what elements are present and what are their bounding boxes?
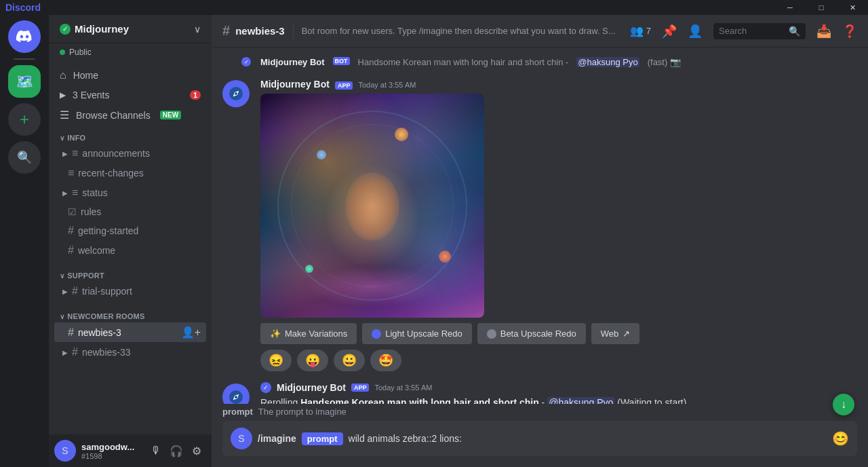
- settings-button[interactable]: ⚙: [187, 441, 206, 460]
- channel-item-newbies-3[interactable]: # newbies-3 👤+: [54, 322, 206, 342]
- main-content: # newbies-3 Bot room for new users. Type…: [212, 15, 868, 467]
- prompt-hint: prompt The prompt to imagine: [212, 404, 868, 418]
- action-buttons-row1: ✨ Make Variations Light Upscale Redo Bet…: [260, 323, 857, 344]
- server-icon-midjourney[interactable]: 🗺️: [8, 65, 41, 98]
- channel-sidebar: ✓ Midjourney ∨ Public ⌂ Home ▶ 3 Events …: [49, 15, 212, 467]
- channel-item-recent-changes[interactable]: ≡ recent-changes: [54, 164, 206, 183]
- search-bar[interactable]: Search 🔍: [713, 23, 806, 39]
- reaction-silly[interactable]: 😛: [297, 350, 328, 371]
- mention-link[interactable]: @haksung Pyo: [547, 397, 614, 404]
- sidebar-item-events[interactable]: ▶ 3 Events 1: [54, 86, 206, 105]
- browse-label: Browse Channels: [76, 110, 151, 121]
- collapse-icon: ∨: [60, 313, 64, 320]
- channel-item-newbies-33[interactable]: ▶ # newbies-33: [54, 343, 206, 362]
- second-author-name: Midjourney Bot: [277, 382, 346, 393]
- section-header-newcomer[interactable]: ∨ NEWCOMER ROOMS: [49, 307, 212, 322]
- maximize-button[interactable]: □: [806, 0, 837, 15]
- sidebar-item-home[interactable]: ⌂ Home: [54, 65, 206, 86]
- reaction-starstruck[interactable]: 🤩: [370, 350, 401, 371]
- svg-point-1: [235, 92, 237, 95]
- add-user-icon[interactable]: 👤+: [181, 326, 201, 339]
- channel-name: newbies-33: [82, 347, 131, 358]
- inbox-icon[interactable]: 📥: [816, 24, 831, 39]
- server-status: Public: [49, 43, 212, 62]
- inline-text2: (fast) 📷: [648, 57, 681, 67]
- help-icon[interactable]: ❓: [842, 24, 857, 39]
- server-header[interactable]: ✓ Midjourney ∨: [49, 15, 212, 43]
- svg-point-3: [235, 396, 237, 398]
- dash-text: -: [539, 397, 547, 404]
- section-label: NEWCOMER ROOMS: [67, 312, 144, 320]
- server-icon-explore[interactable]: 🔍: [8, 141, 41, 174]
- channel-expand-icon: ▶: [62, 150, 68, 157]
- chat-input[interactable]: [349, 424, 827, 453]
- server-name: Midjourney: [75, 23, 129, 35]
- channel-item-rules[interactable]: ☑ rules: [54, 203, 206, 221]
- server-icon-add[interactable]: +: [8, 103, 41, 136]
- user-input-avatar: S: [231, 428, 252, 449]
- section-header-support[interactable]: ∨ SUPPORT: [49, 266, 212, 281]
- channel-item-status[interactable]: ▶ ≡ status: [54, 183, 206, 202]
- events-icon: ▶: [60, 90, 66, 100]
- web-button[interactable]: Web ↗: [591, 323, 640, 344]
- inline-author-name: Midjourney Bot: [260, 57, 325, 67]
- channel-name: welcome: [78, 245, 115, 256]
- reaction-buttons: 😖 😛 😀 🤩: [260, 350, 857, 371]
- reaction-angry[interactable]: 😖: [260, 350, 292, 371]
- members-number: 7: [646, 26, 651, 36]
- pin-icon[interactable]: 📌: [662, 24, 677, 39]
- channel-item-announcements[interactable]: ▶ ≡ announcements: [54, 144, 206, 163]
- compass-icon: [228, 86, 244, 102]
- beta-upscale-label: Beta Upscale Redo: [500, 329, 576, 339]
- members-list-icon[interactable]: 👤: [688, 24, 703, 39]
- channel-item-welcome[interactable]: # welcome: [54, 241, 206, 260]
- close-button[interactable]: ✕: [837, 0, 868, 15]
- second-message-time: Today at 3:55 AM: [374, 384, 432, 392]
- section-header-info[interactable]: ∨ INFO: [49, 128, 212, 143]
- reaction-happy[interactable]: 😀: [334, 350, 365, 371]
- topbar: # newbies-3 Bot room for new users. Type…: [212, 15, 868, 48]
- channel-item-trial-support[interactable]: ▶ # trial-support: [54, 282, 206, 301]
- section-label: INFO: [67, 134, 85, 142]
- discord-icon: [15, 27, 34, 46]
- second-message-header: ✓ Midjourney Bot APP Today at 3:55 AM: [260, 382, 857, 393]
- second-author-verified: ✓: [260, 382, 271, 393]
- channel-hash-icon: ≡: [72, 147, 78, 160]
- waiting-text: (Waiting to start): [614, 397, 686, 404]
- scroll-to-bottom-button[interactable]: ↓: [833, 394, 854, 415]
- beta-upscale-redo-button[interactable]: Beta Upscale Redo: [477, 323, 586, 344]
- events-label: 3 Events: [73, 90, 109, 100]
- input-command: /imagine: [258, 424, 296, 453]
- chevron-down-icon: ∨: [194, 24, 201, 35]
- second-message-text: Rerolling Handsome Korean man with long …: [260, 396, 857, 404]
- channel-name: announcements: [82, 148, 150, 159]
- channel-section-support: ∨ SUPPORT ▶ # trial-support: [49, 266, 212, 301]
- inline-mention[interactable]: @haksung Pyo: [576, 57, 639, 67]
- web-label: Web: [601, 329, 619, 339]
- channel-item-getting-started[interactable]: # getting-started: [54, 221, 206, 240]
- server-status-label: Public: [69, 48, 92, 57]
- bot-badge: APP: [335, 81, 353, 90]
- prompt-label: prompt: [222, 407, 253, 417]
- generated-image: [260, 94, 484, 318]
- light-upscale-redo-button[interactable]: Light Upscale Redo: [362, 323, 471, 344]
- discord-logo: Discord: [5, 2, 41, 13]
- message-author-name: Midjourney Bot: [260, 79, 330, 90]
- new-badge: NEW: [160, 111, 181, 119]
- headphone-button[interactable]: 🎧: [167, 441, 186, 460]
- search-icon: 🔍: [789, 26, 800, 37]
- topbar-icons: 👥 7 📌 👤 Search 🔍 📥 ❓: [630, 23, 857, 39]
- input-area: S /imagine prompt 😊: [212, 418, 868, 467]
- user-controls: 🎙 🎧 ⚙: [146, 441, 206, 460]
- channel-name: status: [82, 187, 107, 198]
- second-bot-badge: APP: [351, 384, 370, 392]
- channel-hash-icon: #: [222, 23, 230, 39]
- mic-button[interactable]: 🎙: [146, 441, 165, 460]
- server-icon-discord[interactable]: [8, 20, 41, 53]
- sidebar-item-browse[interactable]: ☰ Browse Channels NEW: [54, 105, 206, 126]
- minimize-button[interactable]: ─: [774, 0, 806, 15]
- home-icon: ⌂: [60, 69, 66, 81]
- emoji-button[interactable]: 😊: [832, 421, 849, 456]
- make-variations-button[interactable]: ✨ Make Variations: [260, 323, 357, 344]
- window-chrome: Discord ─ □ ✕: [0, 0, 868, 15]
